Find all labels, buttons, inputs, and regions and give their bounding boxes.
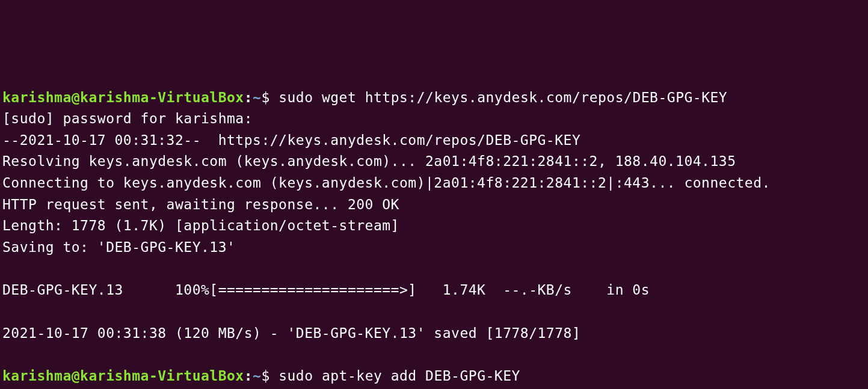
prompt-user-host: karishma@karishma-VirtualBox <box>2 90 244 105</box>
command-line: sudo apt-key add DEB-GPG-KEY <box>279 368 520 384</box>
terminal-content[interactable]: karishma@karishma-VirtualBox:~$ sudo wge… <box>2 90 771 389</box>
prompt-separator: : <box>244 368 253 384</box>
prompt-user-host: karishma@karishma-VirtualBox <box>2 368 244 384</box>
prompt-separator: : <box>244 90 253 105</box>
command-line: sudo wget https://keys.anydesk.com/repos… <box>279 90 727 105</box>
prompt-path: ~ <box>253 368 261 384</box>
terminal-output: [sudo] password for karishma: --2021-10-… <box>2 111 771 340</box>
prompt-dollar: $ <box>261 90 279 105</box>
prompt-path: ~ <box>253 90 261 105</box>
prompt-dollar: $ <box>261 368 279 384</box>
